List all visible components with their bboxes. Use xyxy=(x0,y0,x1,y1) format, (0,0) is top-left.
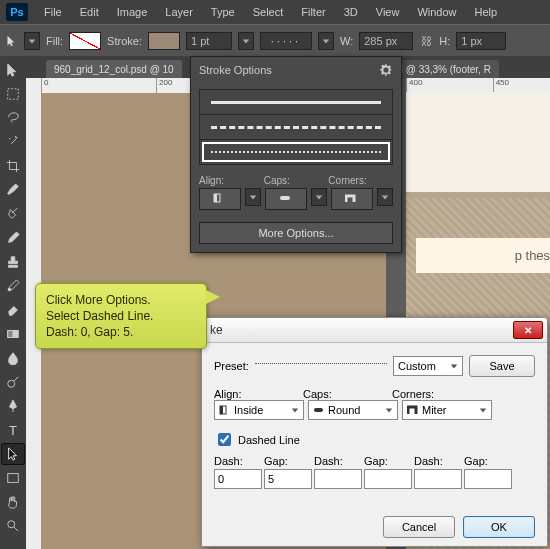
svg-point-5 xyxy=(8,380,15,387)
stroke-type-solid[interactable] xyxy=(200,90,392,115)
tool-preset-dropdown[interactable] xyxy=(24,32,40,50)
caps-select[interactable] xyxy=(265,188,307,210)
menu-filter[interactable]: Filter xyxy=(293,3,333,21)
svg-rect-9 xyxy=(214,194,217,202)
align-dropdown[interactable] xyxy=(245,188,261,206)
width-label: W: xyxy=(340,35,353,47)
stroke-type-preview[interactable]: ····· xyxy=(260,32,312,50)
dash2-input[interactable] xyxy=(314,469,362,489)
tip-line-2: Select Dashed Line. xyxy=(46,308,196,324)
menu-edit[interactable]: Edit xyxy=(72,3,107,21)
corners-label2: Corners: xyxy=(392,388,477,400)
svg-rect-0 xyxy=(8,89,19,100)
svg-rect-1 xyxy=(9,266,18,268)
tool-marquee[interactable] xyxy=(1,83,25,105)
preset-label: Preset: xyxy=(214,360,249,372)
align-label: Align: xyxy=(199,175,264,186)
menu-type[interactable]: Type xyxy=(203,3,243,21)
more-options-button[interactable]: More Options... xyxy=(199,222,393,244)
caps-select2[interactable]: Round xyxy=(308,400,398,420)
menu-help[interactable]: Help xyxy=(467,3,506,21)
menu-3d[interactable]: 3D xyxy=(336,3,366,21)
tool-heal[interactable] xyxy=(1,203,25,225)
gap3-input[interactable] xyxy=(464,469,512,489)
preset-preview xyxy=(255,363,387,378)
tool-pen[interactable] xyxy=(1,395,25,417)
width-field[interactable]: 285 px xyxy=(359,32,413,50)
tool-brush[interactable] xyxy=(1,227,25,249)
svg-rect-6 xyxy=(8,474,19,483)
menu-image[interactable]: Image xyxy=(109,3,156,21)
stroke-weight-dropdown[interactable] xyxy=(238,32,254,50)
cancel-button[interactable]: Cancel xyxy=(383,516,455,538)
menu-view[interactable]: View xyxy=(368,3,408,21)
align-select2[interactable]: Inside xyxy=(214,400,304,420)
height-field[interactable]: 1 px xyxy=(456,32,506,50)
ok-button[interactable]: OK xyxy=(463,516,535,538)
stroke-swatch[interactable] xyxy=(148,32,180,50)
corners-select2[interactable]: Miter xyxy=(402,400,492,420)
content-box: p these xyxy=(416,238,550,273)
dialog-titlebar[interactable]: ke ✕ xyxy=(202,318,547,343)
dashed-line-checkbox[interactable] xyxy=(218,433,231,446)
stroke-weight-field[interactable]: 1 pt xyxy=(186,32,232,50)
svg-rect-4 xyxy=(8,331,13,338)
tool-stamp[interactable] xyxy=(1,251,25,273)
tool-zoom[interactable] xyxy=(1,515,25,537)
stroke-label: Stroke: xyxy=(107,35,142,47)
dash3-input[interactable] xyxy=(414,469,462,489)
tool-dodge[interactable] xyxy=(1,371,25,393)
stroke-type-dotted[interactable] xyxy=(200,140,392,164)
tool-rectangle[interactable] xyxy=(1,467,25,489)
caps-dropdown[interactable] xyxy=(311,188,327,206)
svg-point-2 xyxy=(8,288,11,291)
tool-hand[interactable] xyxy=(1,491,25,513)
tool-history-brush[interactable] xyxy=(1,275,25,297)
fill-swatch[interactable] xyxy=(69,32,101,50)
toolbox: T xyxy=(0,56,27,549)
stroke-type-list xyxy=(199,89,393,165)
tool-path-select[interactable] xyxy=(1,443,25,465)
tool-type[interactable]: T xyxy=(1,419,25,441)
tool-blur[interactable] xyxy=(1,347,25,369)
tool-wand[interactable] xyxy=(1,131,25,153)
height-label: H: xyxy=(439,35,450,47)
caps-label2: Caps: xyxy=(303,388,388,400)
menu-layer[interactable]: Layer xyxy=(157,3,201,21)
caps-label: Caps: xyxy=(264,175,329,186)
corners-select[interactable] xyxy=(331,188,373,210)
fill-label: Fill: xyxy=(46,35,63,47)
stroke-dialog: ke ✕ Preset: Custom Save Align: Caps: Co… xyxy=(201,317,548,547)
tab-document-1[interactable]: 960_grid_12_col.psd @ 10 xyxy=(46,60,182,79)
gap2-input[interactable] xyxy=(364,469,412,489)
link-icon[interactable]: ⛓ xyxy=(419,34,433,48)
tool-crop[interactable] xyxy=(1,155,25,177)
gear-icon[interactable] xyxy=(379,63,393,77)
svg-point-7 xyxy=(8,521,15,528)
tool-eraser[interactable] xyxy=(1,299,25,321)
svg-rect-10 xyxy=(280,196,290,200)
app-logo: Ps xyxy=(6,3,28,21)
options-bar: Fill: Stroke: 1 pt ····· W: 285 px ⛓ H: … xyxy=(0,24,550,58)
tool-eyedropper[interactable] xyxy=(1,179,25,201)
stroke-type-dropdown[interactable] xyxy=(318,32,334,50)
close-button[interactable]: ✕ xyxy=(513,321,543,339)
gap1-input[interactable] xyxy=(264,469,312,489)
save-button[interactable]: Save xyxy=(469,355,535,377)
dialog-title: ke xyxy=(206,323,513,337)
menubar: Ps File Edit Image Layer Type Select Fil… xyxy=(0,0,550,24)
tool-preset-icon[interactable] xyxy=(6,35,18,47)
menu-file[interactable]: File xyxy=(36,3,70,21)
instruction-tooltip: Click More Options. Select Dashed Line. … xyxy=(35,283,207,349)
stroke-type-dashed[interactable] xyxy=(200,115,392,140)
svg-rect-12 xyxy=(220,406,223,414)
align-select[interactable] xyxy=(199,188,241,210)
menu-window[interactable]: Window xyxy=(409,3,464,21)
dash1-input[interactable] xyxy=(214,469,262,489)
tool-lasso[interactable] xyxy=(1,107,25,129)
corners-dropdown[interactable] xyxy=(377,188,393,206)
tool-move[interactable] xyxy=(1,59,25,81)
menu-select[interactable]: Select xyxy=(245,3,292,21)
tool-gradient[interactable] xyxy=(1,323,25,345)
preset-select[interactable]: Custom xyxy=(393,356,463,376)
